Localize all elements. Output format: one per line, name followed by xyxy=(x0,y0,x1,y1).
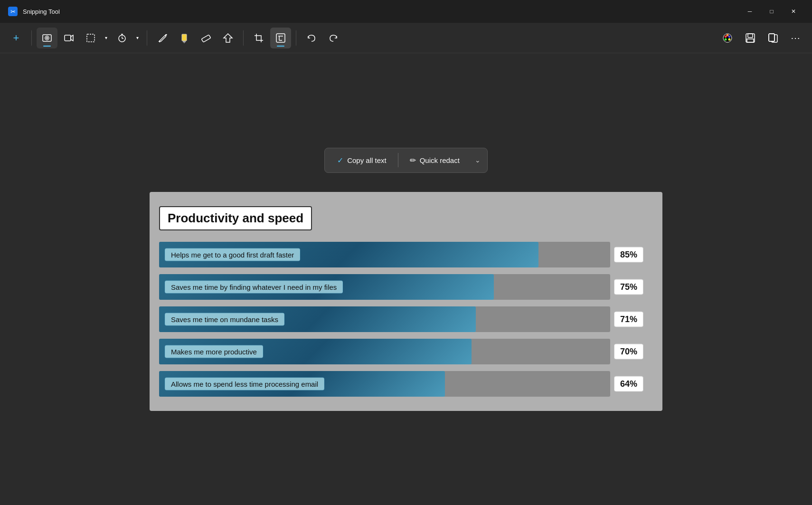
toolbar: + ▾ xyxy=(0,23,812,53)
svg-rect-32 xyxy=(747,39,754,42)
toolbar-right: ⋯ xyxy=(717,28,806,48)
color-picker-button[interactable] xyxy=(717,28,738,48)
chart-title: Productivity and speed xyxy=(159,206,312,230)
svg-marker-18 xyxy=(224,34,232,42)
video-button[interactable] xyxy=(58,28,79,48)
svg-rect-5 xyxy=(65,35,71,41)
more-options-button[interactable]: ⋯ xyxy=(785,28,806,48)
quick-redact-label: Quick redact xyxy=(420,156,460,164)
quick-redact-button[interactable]: ✏ Quick redact xyxy=(400,151,469,170)
svg-point-28 xyxy=(728,38,731,40)
title-bar: ✂ Snipping Tool ─ □ ✕ xyxy=(0,0,812,23)
bar-value: 85% xyxy=(614,247,643,262)
quick-redact-group: ✏ Quick redact ⌄ xyxy=(400,151,484,170)
svg-point-25 xyxy=(725,35,727,38)
bar-value: 75% xyxy=(614,279,643,295)
quick-redact-dropdown-arrow: ⌄ xyxy=(475,156,481,164)
svg-point-27 xyxy=(725,38,727,40)
svg-rect-34 xyxy=(769,34,774,41)
bar-outer: Helps me get to a good first draft faste… xyxy=(159,242,610,267)
bar-value: 64% xyxy=(614,376,643,391)
maximize-button[interactable]: □ xyxy=(761,4,783,19)
toolbar-separator-3 xyxy=(243,30,244,46)
bar-outer: Saves me time by finding whatever I need… xyxy=(159,274,610,300)
close-button[interactable]: ✕ xyxy=(783,4,804,19)
minimize-button[interactable]: ─ xyxy=(739,4,761,19)
main-content: ✓ Copy all text ✏ Quick redact ⌄ Product… xyxy=(0,53,812,505)
toolbar-separator-4 xyxy=(296,30,296,46)
copy-clipboard-button[interactable] xyxy=(763,28,784,48)
svg-rect-19 xyxy=(276,34,285,42)
quick-redact-icon: ✏ xyxy=(410,156,416,165)
quick-redact-dropdown-button[interactable]: ⌄ xyxy=(471,152,484,169)
timer-dropdown-arrow[interactable]: ▾ xyxy=(132,28,142,48)
svg-point-29 xyxy=(727,34,729,36)
bar-row: Helps me get to a good first draft faste… xyxy=(159,242,648,267)
svg-marker-6 xyxy=(71,35,73,41)
bar-chart: Helps me get to a good first draft faste… xyxy=(159,242,648,397)
svg-rect-14 xyxy=(182,34,187,41)
redo-button[interactable] xyxy=(323,28,344,48)
bar-label: Saves me time by finding whatever I need… xyxy=(165,280,343,293)
crop-button[interactable] xyxy=(248,28,269,48)
bar-outer: Allows me to spend less time processing … xyxy=(159,371,610,397)
save-button[interactable] xyxy=(740,28,761,48)
capture-mode-group: ▾ ▾ xyxy=(37,28,142,48)
bar-outer: Saves me time on mundane tasks71% xyxy=(159,306,610,332)
bar-outer: Makes me more productive70% xyxy=(159,339,610,364)
bar-label: Allows me to spend less time processing … xyxy=(165,377,324,390)
region-button-group: ▾ xyxy=(80,28,111,48)
pen-button[interactable] xyxy=(152,28,173,48)
svg-point-4 xyxy=(46,37,48,39)
drawing-tools-group xyxy=(152,28,238,48)
svg-text:✂: ✂ xyxy=(10,8,16,15)
bar-row: Allows me to spend less time processing … xyxy=(159,371,648,397)
copy-all-text-label: Copy all text xyxy=(347,156,387,164)
highlighter-button[interactable] xyxy=(174,28,195,48)
edit-tools-group xyxy=(248,28,291,48)
app-title: Snipping Tool xyxy=(23,8,60,15)
bar-row: Saves me time by finding whatever I need… xyxy=(159,274,648,300)
bar-row: Saves me time on mundane tasks71% xyxy=(159,306,648,332)
region-button[interactable] xyxy=(80,28,101,48)
svg-rect-7 xyxy=(87,34,94,42)
text-button[interactable] xyxy=(270,28,291,48)
svg-rect-15 xyxy=(183,41,186,42)
action-bar-divider xyxy=(398,153,398,167)
timer-button[interactable] xyxy=(112,28,132,48)
chart-container: Productivity and speed Helps me get to a… xyxy=(150,192,662,411)
region-dropdown-arrow[interactable]: ▾ xyxy=(101,28,111,48)
bar-label: Saves me time on mundane tasks xyxy=(165,313,284,325)
bar-value: 70% xyxy=(614,343,643,359)
title-bar-controls: ─ □ ✕ xyxy=(739,4,804,19)
screenshot-button[interactable] xyxy=(37,28,57,48)
history-group xyxy=(301,28,344,48)
svg-point-26 xyxy=(728,35,731,38)
copy-all-text-check-icon: ✓ xyxy=(337,156,343,165)
bar-value: 71% xyxy=(614,311,643,327)
copy-all-text-button[interactable]: ✓ Copy all text xyxy=(328,151,396,170)
toolbar-separator-2 xyxy=(147,30,147,46)
svg-rect-17 xyxy=(201,35,211,42)
svg-rect-31 xyxy=(748,34,753,38)
action-bar: ✓ Copy all text ✏ Quick redact ⌄ xyxy=(324,148,488,173)
bar-label: Helps me get to a good first draft faste… xyxy=(165,248,300,261)
bar-label: Makes me more productive xyxy=(165,345,263,358)
toolbar-separator-1 xyxy=(31,30,32,46)
title-bar-left: ✂ Snipping Tool xyxy=(8,6,60,17)
bar-row: Makes me more productive70% xyxy=(159,339,648,364)
timer-button-group: ▾ xyxy=(112,28,142,48)
selection-button[interactable] xyxy=(217,28,238,48)
new-button[interactable]: + xyxy=(6,28,27,48)
undo-button[interactable] xyxy=(301,28,322,48)
eraser-button[interactable] xyxy=(196,28,217,48)
app-icon: ✂ xyxy=(8,6,18,17)
